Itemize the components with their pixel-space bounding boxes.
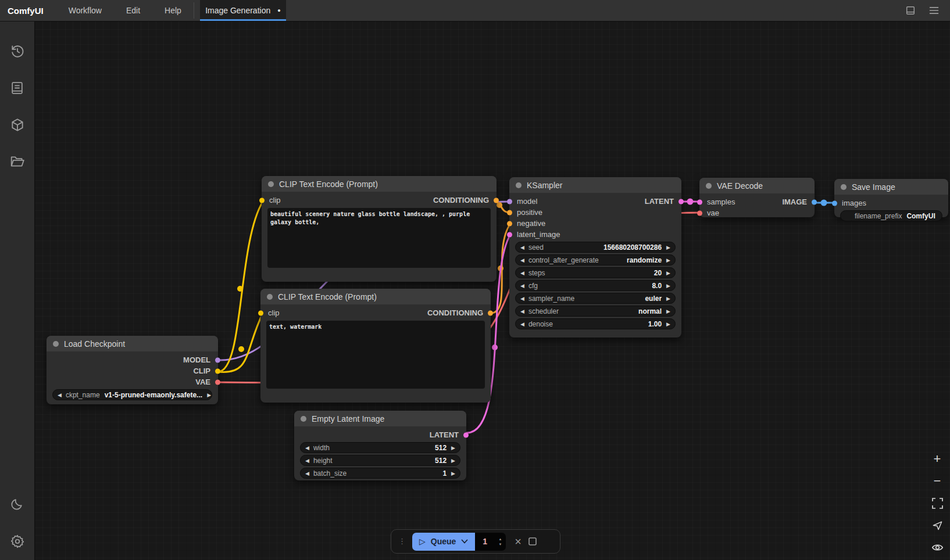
batch-stepper[interactable]: ▲▼	[498, 537, 502, 546]
stepper-down-icon[interactable]: ▼	[498, 543, 502, 546]
next-arrow-icon[interactable]: ▶	[666, 270, 670, 276]
input-slot-latent-image[interactable]: latent_image	[509, 229, 681, 240]
next-arrow-icon[interactable]: ▶	[666, 283, 670, 289]
fit-view-icon[interactable]	[930, 496, 944, 510]
next-arrow-icon[interactable]: ▶	[451, 471, 455, 476]
node-save-image[interactable]: Save Image images filename_prefix ComfyU…	[834, 179, 948, 217]
collapse-dot[interactable]	[301, 416, 306, 422]
prev-arrow-icon[interactable]: ◀	[520, 321, 524, 327]
height-widget[interactable]: ◀ height 512 ▶	[300, 455, 460, 466]
images-input-dot[interactable]	[832, 200, 837, 206]
latent-output-dot[interactable]	[463, 432, 469, 437]
node-ksampler[interactable]: KSampler model LATENT positive negative …	[509, 177, 681, 338]
collapse-dot[interactable]	[706, 183, 712, 189]
conditioning-output-dot[interactable]	[494, 198, 499, 203]
cancel-icon[interactable]: ×	[515, 535, 522, 548]
input-slot-negative[interactable]: negative	[509, 218, 681, 229]
toggle-links-icon[interactable]	[930, 540, 944, 554]
zoom-out-icon[interactable]: −	[930, 474, 944, 488]
node-header[interactable]: Load Checkpoint	[47, 336, 218, 351]
prev-arrow-icon[interactable]: ◀	[520, 270, 524, 276]
clip-input-dot[interactable]	[259, 198, 265, 203]
collapse-dot[interactable]	[53, 341, 59, 347]
app-logo[interactable]: ComfyUI	[0, 0, 56, 21]
model-port-dot[interactable]	[215, 357, 220, 362]
scheduler-widget[interactable]: ◀ scheduler normal ▶	[515, 306, 676, 317]
width-widget[interactable]: ◀ width 512 ▶	[300, 442, 460, 453]
stop-icon[interactable]	[528, 537, 537, 546]
clip-port-dot[interactable]	[215, 368, 220, 374]
prompt-textarea[interactable]: text, watermark	[266, 321, 485, 389]
filename-prefix-widget[interactable]: filename_prefix ComfyUI	[840, 210, 942, 221]
denoise-widget[interactable]: ◀ denoise 1.00 ▶	[515, 318, 676, 329]
settings-gear-icon[interactable]	[8, 532, 27, 551]
batch-size-widget[interactable]: ◀ batch_size 1 ▶	[300, 468, 460, 479]
input-slot-images[interactable]: images	[834, 198, 948, 209]
negative-input-dot[interactable]	[507, 221, 512, 226]
select-mode-icon[interactable]	[930, 518, 944, 532]
input-slot-positive[interactable]: positive	[509, 207, 681, 218]
prev-arrow-icon[interactable]: ◀	[520, 296, 524, 301]
bottom-panel-toggle-icon[interactable]	[905, 5, 916, 16]
node-header[interactable]: Save Image	[834, 179, 948, 195]
stepper-up-icon[interactable]: ▲	[498, 537, 502, 541]
latent-output-dot[interactable]	[678, 199, 684, 204]
next-arrow-icon[interactable]: ▶	[666, 245, 670, 250]
hamburger-menu-icon[interactable]	[928, 6, 940, 15]
drag-handle-icon[interactable]: ⋮	[398, 540, 406, 543]
vae-port-dot[interactable]	[215, 379, 220, 385]
node-vae-decode[interactable]: VAE Decode samples IMAGE vae	[699, 178, 815, 217]
prev-arrow-icon[interactable]: ◀	[520, 257, 524, 263]
collapse-dot[interactable]	[516, 182, 522, 188]
node-load-checkpoint[interactable]: Load Checkpoint MODEL CLIP VAE ◀ ckpt_na…	[47, 336, 218, 404]
prev-arrow-icon[interactable]: ◀	[520, 245, 524, 250]
clip-input-dot[interactable]	[258, 310, 263, 315]
menu-edit[interactable]: Edit	[114, 0, 152, 21]
prev-arrow-icon[interactable]: ◀	[520, 308, 524, 314]
next-arrow-icon[interactable]: ▶	[451, 445, 455, 451]
node-header[interactable]: VAE Decode	[699, 178, 815, 193]
output-slot-latent[interactable]: LATENT	[294, 429, 466, 440]
next-arrow-icon[interactable]: ▶	[207, 392, 211, 398]
workflows-folder-icon[interactable]	[8, 152, 27, 171]
prev-arrow-icon[interactable]: ◀	[305, 445, 309, 451]
collapse-dot[interactable]	[268, 181, 274, 187]
queue-button[interactable]: ▷ Queue	[412, 533, 475, 551]
output-slot-clip[interactable]: CLIP	[47, 365, 218, 376]
next-arrow-icon[interactable]: ▶	[666, 321, 670, 327]
positive-input-dot[interactable]	[507, 210, 512, 215]
queue-log-icon[interactable]	[8, 78, 27, 98]
sampler-name-widget[interactable]: ◀ sampler_name euler ▶	[515, 293, 676, 304]
next-arrow-icon[interactable]: ▶	[451, 458, 455, 464]
cfg-widget[interactable]: ◀ cfg 8.0 ▶	[515, 280, 676, 291]
prev-arrow-icon[interactable]: ◀	[58, 392, 62, 398]
vae-input-dot[interactable]	[697, 210, 702, 216]
next-arrow-icon[interactable]: ▶	[666, 296, 670, 301]
node-header[interactable]: CLIP Text Encode (Prompt)	[260, 289, 491, 304]
prev-arrow-icon[interactable]: ◀	[305, 471, 309, 476]
collapse-dot[interactable]	[267, 294, 273, 300]
chevron-down-icon[interactable]	[461, 539, 468, 544]
control-after-generate-widget[interactable]: ◀ control_after_generate randomize ▶	[515, 254, 676, 265]
next-arrow-icon[interactable]: ▶	[666, 257, 670, 263]
node-header[interactable]: Empty Latent Image	[294, 411, 466, 426]
output-slot-model[interactable]: MODEL	[47, 354, 218, 365]
node-canvas[interactable]	[35, 21, 950, 560]
node-clip-text-encode-positive[interactable]: CLIP Text Encode (Prompt) clip CONDITION…	[262, 176, 497, 282]
history-icon[interactable]	[8, 41, 27, 61]
seed-widget[interactable]: ◀ seed 156680208700286 ▶	[515, 242, 676, 253]
menu-workflow[interactable]: Workflow	[56, 0, 114, 21]
latent-image-input-dot[interactable]	[507, 232, 512, 237]
collapse-dot[interactable]	[841, 184, 847, 190]
conditioning-output-dot[interactable]	[488, 310, 493, 315]
node-header[interactable]: KSampler	[509, 177, 681, 193]
prev-arrow-icon[interactable]: ◀	[305, 458, 309, 464]
node-empty-latent-image[interactable]: Empty Latent Image LATENT ◀ width 512 ▶ …	[294, 411, 466, 480]
node-clip-text-encode-negative[interactable]: CLIP Text Encode (Prompt) clip CONDITION…	[260, 289, 491, 403]
node-header[interactable]: CLIP Text Encode (Prompt)	[262, 176, 497, 192]
image-output-dot[interactable]	[812, 199, 817, 204]
model-input-dot[interactable]	[507, 199, 512, 204]
workflow-tab-image-generation[interactable]: Image Generation ●	[200, 0, 286, 21]
menu-help[interactable]: Help	[152, 0, 194, 21]
ckpt-name-widget[interactable]: ◀ ckpt_name v1-5-pruned-emaonly.safete..…	[52, 389, 212, 400]
